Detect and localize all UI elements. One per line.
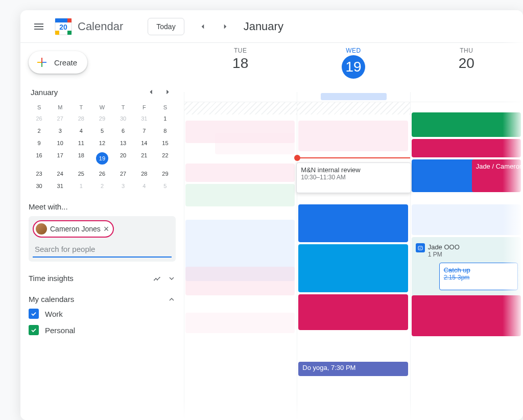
event-block[interactable] [185,184,295,206]
minical-day-cell[interactable]: 30 [29,180,50,192]
minical-day-cell[interactable]: 28 [134,168,155,180]
svg-rect-2 [55,31,59,35]
minical-day-cell[interactable]: 26 [91,168,112,180]
event-block[interactable] [185,164,295,182]
event-title: M&N internal review [301,166,406,174]
minical-day-cell[interactable]: 5 [155,180,176,192]
day-header[interactable]: WED19 [297,43,410,92]
minical-day-cell[interactable]: 18 [70,149,91,168]
minical-day-cell[interactable]: 8 [155,125,176,137]
avatar [36,223,47,235]
minical-day-cell[interactable]: 27 [113,168,134,180]
minical-day-cell[interactable]: 1 [70,180,91,192]
day-of-week-label: WED [297,47,410,54]
event-block[interactable] [215,133,295,154]
minical-day-cell[interactable]: 9 [29,137,50,149]
svg-rect-4 [67,18,72,22]
allday-event[interactable] [321,93,387,100]
minical-day-cell[interactable]: 28 [70,112,91,125]
today-button[interactable]: Today [148,18,184,35]
minical-day-cell[interactable]: 31 [50,180,70,192]
calendar-label: Personal [45,326,75,335]
event-catchup[interactable]: Catch up 2:15-3pm [439,263,518,290]
minical-day-cell[interactable]: 3 [113,180,134,192]
minical-day-cell[interactable]: 7 [134,125,155,137]
calendar-checkbox[interactable] [29,325,39,335]
minical-day-cell[interactable]: 13 [113,137,134,149]
event-block[interactable] [298,244,408,292]
day-header[interactable]: THU20 [410,43,523,92]
minical-day-cell[interactable]: 16 [29,149,50,168]
event-block[interactable] [298,121,408,151]
chevron-left-icon [148,88,155,96]
minical-day-cell[interactable]: 15 [155,137,176,149]
chip-name-label: Cameron Jones [50,225,101,233]
minical-day-cell[interactable]: 29 [155,168,176,180]
minical-day-cell[interactable]: 17 [50,149,70,168]
event-block[interactable] [185,313,295,333]
ooo-time: 1 PM [428,251,460,258]
meet-with-box: Cameron Jones × [29,216,176,262]
minical-day-cell[interactable]: 27 [50,112,70,125]
day-number-label: 18 [184,55,297,72]
time-insights-toggle[interactable]: Time insights [29,272,176,285]
minical-day-cell[interactable]: 12 [91,137,112,149]
minical-prev-button[interactable] [145,86,157,98]
minical-next-button[interactable] [161,86,174,98]
event-jade-cameron[interactable]: Jade / Cameron [472,159,521,192]
check-icon [30,310,37,317]
minical-day-cell[interactable]: 25 [70,168,91,180]
day-header[interactable]: TUE18 [184,43,297,92]
minical-dow-cell: W [91,102,112,112]
event-block[interactable] [412,139,521,157]
event-block[interactable] [412,112,521,137]
my-calendars-toggle[interactable]: My calendars [29,293,176,306]
calendar-item[interactable]: Work [29,306,176,322]
minical-day-cell[interactable]: 6 [113,125,134,137]
calendar-item[interactable]: Personal [29,322,176,338]
minical-day-cell[interactable]: 5 [91,125,112,137]
chevron-up-icon [168,295,176,304]
prev-period-button[interactable] [193,16,213,37]
event-do-yoga[interactable]: Do yoga, 7:30 PM [298,362,408,376]
minical-day-cell[interactable]: 14 [134,137,155,149]
minical-day-cell[interactable]: 31 [134,112,155,125]
minical-day-cell[interactable]: 4 [134,180,155,192]
main-menu-button[interactable] [27,14,51,39]
event-title: Catch up [444,266,513,274]
minical-day-cell[interactable]: 1 [155,112,176,125]
minical-day-cell[interactable]: 4 [70,125,91,137]
minical-day-cell[interactable]: 21 [134,149,155,168]
minical-day-cell[interactable]: 2 [29,125,50,137]
event-block[interactable] [412,295,521,336]
minical-day-cell[interactable]: 11 [70,137,91,149]
minical-day-cell[interactable]: 29 [91,112,112,125]
minical-day-cell[interactable]: 19 [91,149,112,168]
calendar-checkbox[interactable] [29,309,39,319]
event-block[interactable] [298,204,408,242]
search-people-input[interactable] [33,240,172,258]
svg-rect-6 [41,58,42,62]
svg-text:20: 20 [59,23,67,31]
minical-day-cell[interactable]: 2 [91,180,112,192]
event-popup[interactable]: M&N internal review 10:30–11:30 AM [296,162,411,193]
event-block[interactable] [185,267,295,295]
minical-day-cell[interactable]: 23 [29,168,50,180]
ooo-event[interactable]: Jade OOO 1 PM [416,243,460,258]
calendar-label: Work [45,310,63,318]
minical-day-cell[interactable]: 24 [50,168,70,180]
minical-day-cell[interactable]: 10 [50,137,70,149]
next-period-button[interactable] [215,16,235,37]
create-button[interactable]: Create [29,51,87,74]
minical-day-cell[interactable]: 30 [113,112,134,125]
minical-day-cell[interactable]: 26 [29,112,50,125]
person-chip[interactable]: Cameron Jones × [33,220,114,238]
minical-day-cell[interactable]: 20 [113,149,134,168]
minical-dow-row: SMTWTFS [29,102,176,112]
event-block[interactable] [298,294,408,330]
minical-day-cell[interactable]: 3 [50,125,70,137]
event-block[interactable] [412,204,521,235]
chip-remove-button[interactable]: × [104,224,109,234]
svg-point-11 [155,278,156,279]
minical-day-cell[interactable]: 22 [155,149,176,168]
